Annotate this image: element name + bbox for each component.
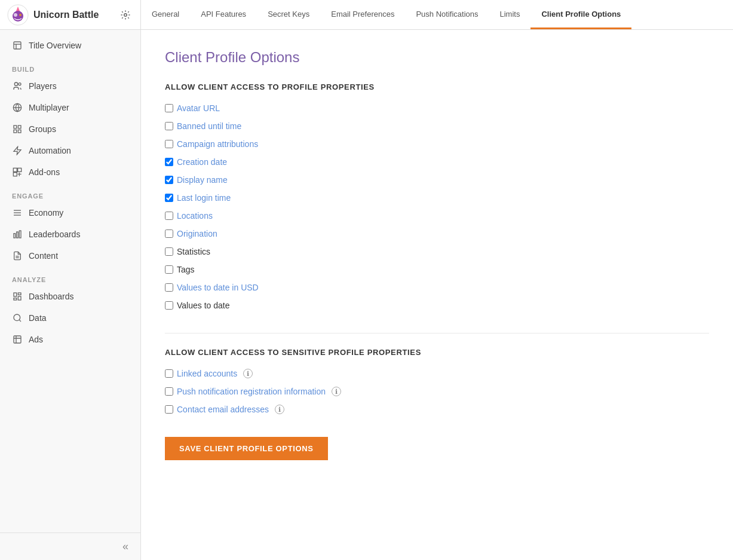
campaign-attributions-label[interactable]: Campaign attributions [177, 139, 258, 149]
save-client-profile-options-button[interactable]: SAVE CLIENT PROFILE OPTIONS [165, 437, 328, 460]
display-name-label[interactable]: Display name [177, 175, 228, 185]
sidebar-item-label: Players [29, 81, 57, 91]
tab-email-preferences[interactable]: Email Preferences [320, 0, 405, 29]
svg-point-10 [19, 83, 21, 85]
svg-rect-16 [18, 130, 21, 133]
collapse-sidebar-button[interactable]: « [122, 540, 128, 553]
sidebar-item-automation[interactable]: Automation [0, 140, 140, 161]
sidebar-item-ads[interactable]: Ads [0, 329, 140, 350]
section-divider [165, 333, 709, 333]
sidebar-item-content[interactable]: Content [0, 245, 140, 267]
section2-heading: ALLOW CLIENT ACCESS TO SENSITIVE PROFILE… [165, 348, 709, 357]
list-item: Avatar URL [165, 100, 709, 117]
svg-point-33 [14, 314, 20, 321]
svg-point-4 [19, 14, 22, 16]
list-item: Values to date in USD [165, 279, 709, 296]
sidebar-item-label: Dashboards [29, 292, 74, 301]
settings-button[interactable] [118, 7, 133, 23]
players-icon [12, 81, 23, 91]
origination-label[interactable]: Origination [177, 229, 217, 238]
svg-rect-30 [18, 293, 21, 295]
svg-point-3 [14, 13, 17, 17]
svg-rect-18 [13, 168, 17, 172]
sidebar-item-label: Add-ons [29, 167, 60, 177]
tags-label[interactable]: Tags [177, 265, 195, 274]
svg-rect-6 [14, 42, 21, 49]
list-item: Statistics [165, 243, 709, 260]
list-item: Push notification registration informati… [165, 383, 709, 400]
banned-until-time-label[interactable]: Banned until time [177, 121, 241, 131]
locations-checkbox[interactable] [165, 212, 173, 220]
sidebar-item-groups[interactable]: Groups [0, 118, 140, 140]
svg-rect-13 [14, 126, 17, 128]
locations-label[interactable]: Locations [177, 211, 213, 221]
last-login-time-label[interactable]: Last login time [177, 193, 231, 203]
svg-rect-15 [14, 130, 17, 133]
economy-icon [12, 207, 23, 218]
creation-date-label[interactable]: Creation date [177, 157, 227, 167]
svg-rect-20 [13, 173, 17, 176]
tags-checkbox[interactable] [165, 265, 173, 274]
dashboards-icon [12, 291, 23, 302]
svg-point-5 [124, 13, 127, 16]
sidebar-bottom: « [0, 533, 140, 560]
sidebar-item-label: Leaderboards [29, 229, 80, 239]
sidebar-item-data[interactable]: Data [0, 307, 140, 329]
tab-secret-keys[interactable]: Secret Keys [257, 0, 320, 29]
push-notification-reg-info-icon[interactable]: ℹ [332, 387, 341, 396]
svg-marker-17 [14, 146, 21, 154]
last-login-time-checkbox[interactable] [165, 194, 173, 202]
multiplayer-icon [12, 102, 23, 113]
top-bar: Unicorn Battle General API Features Secr… [0, 0, 733, 30]
values-to-date-label[interactable]: Values to date [177, 301, 229, 310]
contact-email-label[interactable]: Contact email addresses [177, 405, 269, 414]
tab-limits[interactable]: Limits [489, 0, 531, 29]
sidebar-item-title-overview[interactable]: Title Overview [0, 35, 140, 56]
values-to-date-in-usd-checkbox[interactable] [165, 283, 173, 292]
creation-date-checkbox[interactable] [165, 158, 173, 166]
tab-push-notifications[interactable]: Push Notifications [405, 0, 489, 29]
sidebar-item-economy[interactable]: Economy [0, 202, 140, 224]
sidebar-item-add-ons[interactable]: Add-ons [0, 161, 140, 183]
app-logo-icon [7, 4, 29, 26]
app-logo: Unicorn Battle [0, 0, 141, 29]
banned-until-time-checkbox[interactable] [165, 122, 173, 130]
campaign-attributions-checkbox[interactable] [165, 140, 173, 148]
avatar-url-checkbox[interactable] [165, 104, 173, 112]
contact-email-checkbox[interactable] [165, 405, 173, 414]
tab-api-features[interactable]: API Features [190, 0, 257, 29]
values-to-date-in-usd-label[interactable]: Values to date in USD [177, 283, 259, 292]
sidebar-item-leaderboards[interactable]: Leaderboards [0, 224, 140, 245]
leaderboards-icon [12, 229, 23, 240]
svg-rect-26 [19, 231, 21, 238]
app-title: Unicorn Battle [33, 10, 99, 20]
statistics-label[interactable]: Statistics [177, 247, 210, 256]
sidebar-item-multiplayer[interactable]: Multiplayer [0, 97, 140, 118]
list-item: Locations [165, 207, 709, 224]
linked-accounts-checkbox[interactable] [165, 369, 173, 378]
display-name-checkbox[interactable] [165, 176, 173, 184]
avatar-url-label[interactable]: Avatar URL [177, 103, 220, 113]
linked-accounts-info-icon[interactable]: ℹ [243, 369, 253, 378]
tab-general[interactable]: General [141, 0, 190, 29]
groups-icon [12, 124, 23, 134]
push-notification-reg-label[interactable]: Push notification registration informati… [177, 387, 326, 396]
tab-client-profile-options[interactable]: Client Profile Options [530, 0, 631, 29]
tabs-nav: General API Features Secret Keys Email P… [141, 0, 733, 29]
data-icon [12, 313, 23, 323]
title-overview-icon [12, 40, 23, 51]
sensitive-properties-list: Linked accounts ℹ Push notification regi… [165, 365, 709, 418]
profile-properties-list: Avatar URL Banned until time Campaign at… [165, 100, 709, 314]
origination-checkbox[interactable] [165, 229, 173, 238]
sidebar-item-players[interactable]: Players [0, 75, 140, 97]
body-wrap: Title Overview BUILD Players Multiplayer… [0, 30, 733, 560]
push-notification-reg-checkbox[interactable] [165, 387, 173, 396]
contact-email-info-icon[interactable]: ℹ [275, 405, 284, 414]
svg-point-9 [14, 82, 17, 85]
statistics-checkbox[interactable] [165, 247, 173, 256]
values-to-date-checkbox[interactable] [165, 301, 173, 310]
svg-line-34 [19, 320, 21, 322]
linked-accounts-label[interactable]: Linked accounts [177, 369, 237, 378]
sidebar-item-dashboards[interactable]: Dashboards [0, 286, 140, 307]
sidebar-item-label: Economy [29, 208, 63, 218]
